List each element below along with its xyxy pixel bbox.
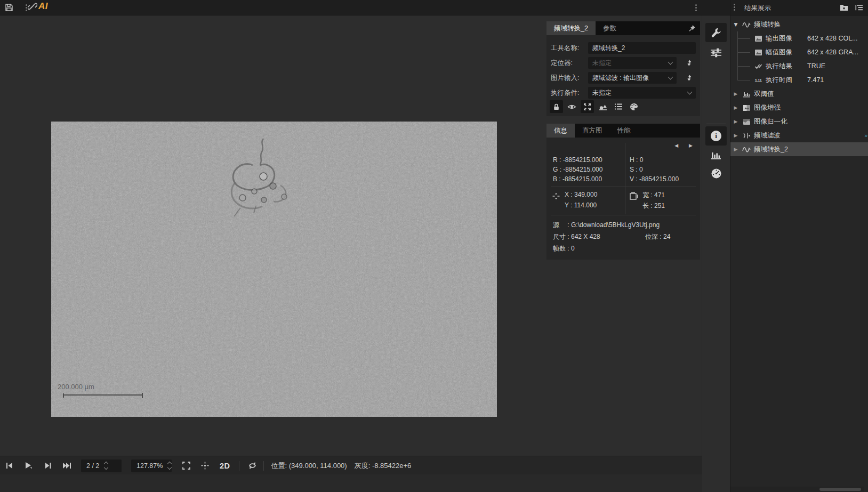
step-forward-icon — [45, 462, 52, 469]
prev-page-arrow[interactable]: ◀ — [674, 143, 678, 148]
tree-row-freq-filter[interactable]: ▶ 频域滤波 » — [730, 128, 868, 142]
collapse-all-button[interactable] — [854, 3, 864, 12]
jump-to-image-input-button[interactable] — [683, 72, 696, 84]
inspection-image-viewer[interactable]: 200.000 μm — [51, 122, 497, 417]
results-hscrollbar[interactable] — [730, 487, 864, 492]
tree-row-image-enhance[interactable]: ▶ 图像增强 — [730, 101, 868, 115]
expand-icon[interactable]: ▶ — [733, 119, 738, 124]
image-input-select[interactable]: 频域滤波 : 输出图像 — [588, 72, 677, 84]
tab-info[interactable]: 信息 — [546, 124, 575, 138]
tree-row-output-image[interactable]: 输出图像 642 x 428 COL... — [730, 31, 868, 45]
histogram-view-button[interactable] — [705, 146, 727, 165]
cursor-y-value: Y : 114.000 — [565, 201, 597, 209]
pin-panel-button[interactable] — [687, 24, 697, 33]
tool-settings-button[interactable] — [705, 23, 727, 42]
info-divider — [551, 215, 696, 215]
pixel-s-value: S : 0 — [630, 166, 643, 173]
scrollbar-thumb[interactable] — [819, 488, 861, 491]
save-button[interactable] — [3, 2, 15, 13]
spinner-arrows-icon[interactable] — [168, 462, 171, 469]
tab-params[interactable]: 参数 — [596, 21, 624, 35]
expand-icon[interactable]: ▶ — [733, 91, 738, 96]
tree-row-freq-transform-2[interactable]: ▶ 频域转换_2 — [730, 142, 868, 156]
kebab-icon[interactable] — [734, 4, 735, 11]
mode-2d-button[interactable]: 2D — [216, 459, 234, 473]
frame-value: 2 / 2 — [86, 462, 99, 470]
tree-row-magnitude-image[interactable]: 幅值图像 642 x 428 GRA... — [730, 45, 868, 59]
tree-row-exec-time[interactable]: 1.11 执行时间 7.471 — [730, 73, 868, 87]
play-button[interactable] — [21, 459, 36, 473]
fit-view-button[interactable] — [581, 100, 594, 113]
image-normalize-icon — [742, 117, 751, 126]
scale-bar-label: 200.000 μm — [58, 383, 94, 391]
step-forward-button[interactable] — [41, 459, 55, 473]
exec-condition-select[interactable]: 未指定 — [588, 87, 696, 99]
results-panel: 结果展示 ▼ 频域转换 — [730, 0, 868, 492]
kebab-icon — [695, 4, 697, 11]
region-width-value: 宽 : 471 — [642, 191, 665, 200]
skip-to-start-button[interactable] — [2, 459, 16, 473]
palette-icon — [630, 103, 638, 111]
spinner-arrows-icon[interactable] — [105, 462, 108, 469]
image-input-label: 图片输入: — [551, 74, 588, 83]
exec-condition-value: 未指定 — [592, 88, 612, 98]
jump-up-icon — [686, 59, 693, 67]
scale-bar-line — [63, 394, 143, 396]
pin-icon — [688, 25, 696, 32]
inspection-image — [51, 122, 497, 417]
shape-overlay-button[interactable] — [596, 100, 609, 113]
topbar-right-handle[interactable] — [690, 2, 702, 13]
strip-divider — [706, 124, 726, 124]
frame-spinner[interactable]: 2 / 2 — [81, 459, 122, 472]
tab-performance[interactable]: 性能 — [610, 124, 638, 138]
next-page-arrow[interactable]: ▶ — [689, 143, 693, 148]
tree-label: 双阈值 — [754, 90, 774, 99]
info-icon: i — [711, 131, 721, 141]
expand-icon[interactable]: ▶ — [733, 147, 738, 152]
play-icon — [25, 462, 33, 470]
auto-refresh-button[interactable] — [245, 459, 260, 473]
tree-row-exec-result[interactable]: 执行结果 TRUE — [730, 59, 868, 73]
toolbar-divider — [239, 461, 239, 471]
zoom-spinner[interactable]: 127.87% — [131, 459, 172, 472]
skip-to-end-button[interactable] — [59, 459, 75, 473]
gauge-icon — [711, 168, 722, 179]
locator-select[interactable]: 未指定 — [588, 57, 677, 69]
center-image-button[interactable] — [198, 459, 212, 473]
sliders-icon — [710, 48, 722, 58]
image-icon — [754, 34, 762, 43]
tree-label: 执行结果 — [766, 62, 792, 71]
palette-button[interactable] — [627, 100, 640, 113]
link-icon — [28, 2, 37, 11]
visibility-button[interactable] — [565, 100, 578, 113]
tab-histogram[interactable]: 直方图 — [575, 124, 610, 138]
tree-row-image-normalize[interactable]: ▶ 图像归一化 — [730, 115, 868, 128]
pixel-h-value: H : 0 — [630, 156, 643, 164]
list-overlay-button[interactable] — [612, 100, 625, 113]
expand-icon[interactable]: ▶ — [733, 105, 738, 110]
expand-icon[interactable]: ▼ — [733, 22, 738, 27]
parameter-tuning-button[interactable] — [705, 43, 727, 62]
jump-to-locator-button[interactable] — [683, 57, 696, 69]
side-tool-strip: i — [702, 15, 730, 492]
tab-tool-name[interactable]: 频域转换_2 — [546, 21, 596, 35]
performance-view-button[interactable] — [705, 164, 727, 183]
expand-icon[interactable]: ▶ — [733, 133, 738, 138]
tree-row-dual-threshold[interactable]: ▶ 双阈值 — [730, 87, 868, 101]
cursor-position-status: 位置: (349.000, 114.000) — [271, 461, 347, 471]
tree-label: 输出图像 — [766, 34, 792, 43]
results-panel-title: 结果展示 — [744, 4, 771, 13]
fit-fullscreen-button[interactable] — [179, 459, 194, 473]
chevron-down-icon — [687, 90, 693, 95]
tool-name-input[interactable] — [588, 42, 696, 54]
lock-button[interactable] — [550, 100, 563, 113]
info-view-button[interactable]: i — [705, 126, 727, 146]
tree-row-freq-transform[interactable]: ▼ 频域转换 — [730, 18, 868, 31]
tree-label: 频域转换 — [754, 20, 781, 29]
tool-properties-panel: 频域转换_2 参数 工具名称: 定位器: 未指定 图片输入: 频域滤波 : 输出… — [546, 21, 700, 116]
lock-icon — [552, 103, 560, 111]
skip-start-icon — [5, 462, 13, 469]
exec-time-icon: 1.11 — [754, 76, 762, 84]
tree-label: 频域转换_2 — [754, 145, 788, 154]
add-group-button[interactable] — [839, 3, 849, 12]
